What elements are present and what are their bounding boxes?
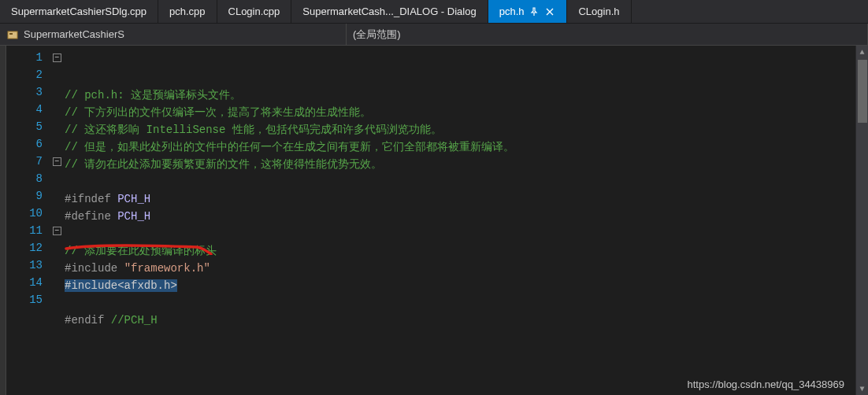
code-token: // 这还将影响 IntelliSense 性能，包括代码完成和许多代码浏览功能… bbox=[65, 124, 442, 136]
code-token: PCH_H bbox=[117, 210, 150, 223]
code-token: "framework.h" bbox=[124, 262, 210, 275]
code-line[interactable]: #include "framework.h" bbox=[65, 260, 868, 277]
tab-label: SupermarketCashierSDlg.cpp bbox=[11, 6, 147, 17]
code-token: // 但是，如果此处列出的文件中的任何一个在生成之间有更新，它们全部都将被重新编… bbox=[65, 141, 514, 153]
code-line[interactable]: #include<afxdb.h> bbox=[65, 277, 868, 294]
line-number: 12 bbox=[6, 239, 49, 257]
symbol-scope-combo[interactable]: (全局范围) bbox=[347, 24, 868, 45]
line-number: 7 bbox=[6, 153, 49, 170]
watermark-text: https://blog.csdn.net/qq_34438969 bbox=[688, 378, 845, 390]
tab-file[interactable]: pch.cpp bbox=[158, 0, 217, 23]
scroll-up-icon[interactable]: ▲ bbox=[856, 46, 868, 58]
fold-toggle bbox=[49, 257, 65, 274]
line-number: 4 bbox=[6, 101, 49, 118]
code-line[interactable]: #ifndef PCH_H bbox=[65, 190, 868, 208]
code-token: //PCH_H bbox=[111, 314, 158, 327]
code-line[interactable]: #endif //PCH_H bbox=[65, 312, 868, 329]
fold-toggle bbox=[49, 205, 65, 222]
code-line[interactable]: // 但是，如果此处列出的文件中的任何一个在生成之间有更新，它们全部都将被重新编… bbox=[65, 138, 868, 156]
fold-toggle bbox=[49, 101, 65, 118]
fold-toggle[interactable]: − bbox=[49, 153, 65, 170]
svg-rect-1 bbox=[9, 33, 13, 35]
code-editor[interactable]: 123456789101112131415 −−− // pch.h: 这是预编… bbox=[0, 46, 868, 395]
code-line[interactable]: // 添加要在此处预编译的标头 bbox=[65, 242, 868, 260]
tab-file-active[interactable]: pch.h bbox=[488, 0, 568, 23]
tab-label: CLogin.cpp bbox=[228, 6, 280, 17]
pin-icon[interactable] bbox=[529, 6, 540, 17]
line-number: 11 bbox=[6, 222, 49, 239]
code-line[interactable]: // 下方列出的文件仅编译一次，提高了将来生成的生成性能。 bbox=[65, 104, 868, 121]
code-line[interactable]: // 这还将影响 IntelliSense 性能，包括代码完成和许多代码浏览功能… bbox=[65, 121, 868, 138]
scroll-thumb[interactable] bbox=[858, 60, 867, 123]
fold-toggle bbox=[49, 187, 65, 205]
code-token: PCH_H bbox=[117, 193, 150, 205]
line-number: 5 bbox=[6, 118, 49, 135]
code-line[interactable]: // 请勿在此处添加要频繁更新的文件，这将使得性能优势无效。 bbox=[65, 156, 868, 173]
vertical-scrollbar[interactable]: ▲ ▼ bbox=[855, 46, 868, 395]
code-token: // pch.h: 这是预编译标头文件。 bbox=[65, 89, 241, 102]
fold-minus-icon[interactable]: − bbox=[53, 157, 61, 166]
code-token: #endif bbox=[65, 314, 111, 327]
fold-toggle bbox=[49, 135, 65, 153]
tab-label: SupermarketCash..._DIALOG - Dialog bbox=[302, 6, 476, 17]
code-token: // 请勿在此处添加要频繁更新的文件，这将使得性能优势无效。 bbox=[65, 158, 382, 171]
code-line[interactable] bbox=[65, 329, 868, 346]
scope-label: (全局范围) bbox=[353, 28, 401, 42]
project-scope-combo[interactable]: SupermarketCashierS bbox=[0, 24, 347, 45]
fold-toggle bbox=[49, 291, 65, 308]
line-number: 9 bbox=[6, 187, 49, 205]
project-icon bbox=[6, 28, 19, 41]
fold-minus-icon[interactable]: − bbox=[53, 227, 61, 235]
scroll-down-icon[interactable]: ▼ bbox=[856, 382, 868, 395]
fold-toggle[interactable]: − bbox=[49, 222, 65, 239]
fold-toggle bbox=[49, 239, 65, 257]
fold-toggle[interactable]: − bbox=[49, 49, 65, 66]
indicator-margin bbox=[0, 46, 6, 395]
line-number: 10 bbox=[6, 205, 49, 222]
tab-label: pch.h bbox=[499, 6, 525, 17]
fold-minus-icon[interactable]: − bbox=[53, 54, 61, 62]
line-number: 8 bbox=[6, 170, 49, 187]
fold-toggle bbox=[49, 83, 65, 101]
fold-toggle bbox=[49, 170, 65, 187]
code-line[interactable] bbox=[65, 173, 868, 190]
fold-toggle bbox=[49, 274, 65, 291]
line-number: 14 bbox=[6, 274, 49, 291]
close-icon[interactable] bbox=[544, 6, 555, 17]
tab-file[interactable]: SupermarketCash..._DIALOG - Dialog bbox=[291, 0, 488, 23]
tab-label: CLogin.h bbox=[578, 6, 619, 17]
line-number: 6 bbox=[6, 135, 49, 153]
tab-file[interactable]: SupermarketCashierSDlg.cpp bbox=[0, 0, 158, 23]
tab-file[interactable]: CLogin.h bbox=[567, 0, 631, 23]
code-token: // 下方列出的文件仅编译一次，提高了将来生成的生成性能。 bbox=[65, 106, 371, 119]
fold-toggle bbox=[49, 118, 65, 135]
line-number: 2 bbox=[6, 66, 49, 83]
line-number-gutter: 123456789101112131415 bbox=[6, 46, 49, 395]
outline-fold-column[interactable]: −−− bbox=[49, 46, 65, 395]
code-token: // 添加要在此处预编译的标头 bbox=[65, 245, 217, 257]
code-line[interactable] bbox=[65, 225, 868, 242]
code-area[interactable]: // pch.h: 这是预编译标头文件。// 下方列出的文件仅编译一次，提高了将… bbox=[65, 46, 868, 395]
navigation-bar: SupermarketCashierS (全局范围) bbox=[0, 24, 868, 46]
line-number: 15 bbox=[6, 291, 49, 308]
line-number: 3 bbox=[6, 83, 49, 101]
tab-bar: SupermarketCashierSDlg.cpp pch.cpp CLogi… bbox=[0, 0, 868, 24]
fold-toggle bbox=[49, 66, 65, 83]
svg-rect-0 bbox=[8, 31, 17, 39]
code-line[interactable]: // pch.h: 这是预编译标头文件。 bbox=[65, 87, 868, 104]
tab-label: pch.cpp bbox=[169, 6, 206, 17]
code-token: #include<afxdb.h> bbox=[65, 279, 177, 292]
code-token: #ifndef bbox=[65, 193, 117, 205]
tab-file[interactable]: CLogin.cpp bbox=[217, 0, 292, 23]
code-line[interactable]: #define PCH_H bbox=[65, 208, 868, 225]
line-number: 13 bbox=[6, 257, 49, 274]
project-name: SupermarketCashierS bbox=[24, 28, 124, 40]
code-token: #include bbox=[65, 262, 124, 275]
line-number: 1 bbox=[6, 49, 49, 66]
code-line[interactable] bbox=[65, 294, 868, 312]
code-token: #define bbox=[65, 210, 117, 223]
